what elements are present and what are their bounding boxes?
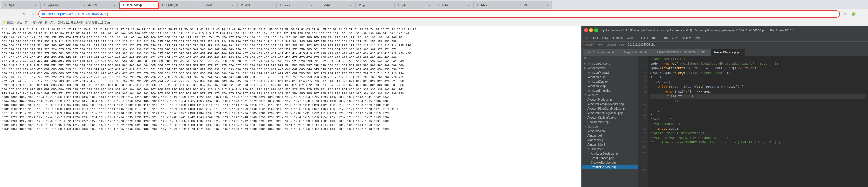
ide-menu-view[interactable]: View: [600, 36, 610, 40]
ide-tab-close-index[interactable]: ×: [616, 51, 618, 54]
ide-tree-accountstatic[interactable]: AccountStaticInfo.php: [582, 115, 638, 120]
code-line-16: //var_dump($res);: [650, 122, 866, 127]
bookmark-5[interactable]: 常宽服务v1.2:Bug: [85, 21, 110, 25]
ide-menu-vcs[interactable]: VCS: [670, 36, 679, 40]
tab-4[interactable]: L localhost/p... ×: [119, 1, 159, 9]
code-line-6: $i = 0;: [650, 75, 866, 80]
tab-close-3[interactable]: ×: [112, 3, 117, 8]
ide-code-editor[interactable]: //set time limit(); $pdo = new PDO('mysq…: [648, 56, 868, 187]
ide-menu-run[interactable]: Run: [650, 36, 659, 40]
tab-3[interactable]: M MySQL - ... ×: [80, 1, 119, 9]
ide-tab-close-crawler[interactable]: ×: [707, 51, 708, 54]
bookmark-1[interactable]: 📁 新工作机会--简: [2, 21, 28, 25]
ide-tab-close-product[interactable]: ×: [740, 51, 742, 54]
ide-close-button[interactable]: [584, 28, 588, 32]
ide-tab-product[interactable]: ProductService.php ×: [711, 49, 744, 56]
tab-12[interactable]: 1 166x... ×: [434, 1, 473, 9]
ide-tree-accountplatedate[interactable]: AccountPlateDateModel.php: [582, 106, 638, 111]
browser-content[interactable]: 2 3 4 5 6 7 8 9 10 11 12 13 14 15 16 17 …: [0, 26, 581, 187]
ide-tree-accountcategory[interactable]: AccountCategoryModel.php: [582, 102, 638, 106]
tab-8[interactable]: P PHP... ×: [277, 1, 316, 9]
ide-tree-amazonad[interactable]: AmazonAd: [582, 133, 638, 138]
browser-frame: T 翻译 × S 超级英雄 × M MySQL - ... × L localh…: [0, 0, 868, 187]
ide-minimize-button[interactable]: [589, 28, 593, 32]
ide-tab-dispatch[interactable]: DispatchModel.php ×: [621, 49, 654, 56]
ide-tree-analyzer[interactable]: ▼ Analyzer: [582, 93, 638, 97]
tab-close-5[interactable]: ×: [191, 3, 195, 8]
ide-tree-label: RedisModel.php: [587, 120, 609, 124]
ide-menu-refactor[interactable]: Refactor: [636, 36, 650, 40]
tab-close-1[interactable]: ×: [33, 3, 38, 8]
ide-tree-accountmodel[interactable]: AccountModel.php: [582, 97, 638, 102]
tab-14[interactable]: B BUG... ×: [513, 1, 552, 9]
ide-tree-amazonshop[interactable]: AmazonShop: [582, 84, 638, 88]
ide-tree-amazonproduct[interactable]: AmazonProduct: [582, 70, 638, 75]
ide-tree-amazonmws-svc[interactable]: AmazonMWS: [582, 142, 638, 147]
ide-menu-navigate[interactable]: Navigate: [610, 36, 624, 40]
ide-menu-help[interactable]: Help: [694, 36, 703, 40]
ide-menu-code[interactable]: Code: [625, 36, 635, 40]
ide-tree-productservice[interactable]: ProductService.php: [582, 165, 638, 169]
ide-tree-analyzer-svc[interactable]: ▼ Analyzer: [582, 147, 638, 151]
bookmark-4[interactable]: CI版v1.2 测试环境: [58, 21, 83, 25]
ide-tab-index[interactable]: IndexActionService.php ×: [583, 49, 621, 56]
tab-title-11: php..: [402, 4, 426, 7]
ide-tree-amazonkeyword[interactable]: ▶ AmazonKeyword: [582, 61, 638, 66]
tab-close-10[interactable]: ×: [388, 3, 392, 8]
tab-title-7: PDC...: [245, 4, 269, 7]
breadcrumb-yield: yield: [619, 43, 625, 46]
new-tab-button[interactable]: +: [552, 1, 560, 9]
ide-menu-window[interactable]: Window: [680, 36, 693, 40]
ide-menu-file[interactable]: File: [583, 36, 591, 40]
tab-5[interactable]: D 日期时间 ×: [159, 1, 198, 9]
ide-tree-crawlerservice[interactable]: CrawlerService.php: [582, 160, 638, 165]
ide-tree-amazonsnapshot[interactable]: AmazonSnapshot: [582, 88, 638, 93]
tab-9[interactable]: P PHP... ×: [316, 1, 355, 9]
ide-tree-brankservice[interactable]: BrankService.php: [582, 156, 638, 160]
ide-tree-amazonqueue[interactable]: AmazonQueue: [582, 79, 638, 84]
breadcrumb-wamp64: wamp64: [584, 43, 594, 46]
home-button[interactable]: ⌂: [29, 10, 36, 18]
tab-7[interactable]: P PDC... ×: [237, 1, 277, 9]
ide-tree-analyzerservice[interactable]: AnalyzerService.php: [582, 151, 638, 156]
tab-1[interactable]: T 翻译 ×: [1, 1, 40, 9]
tab-close-9[interactable]: ×: [348, 3, 353, 8]
tab-6[interactable]: P PHP... ×: [198, 1, 237, 9]
ide-maximize-button[interactable]: [594, 28, 598, 32]
bookmark-3[interactable]: 腾讯云..: [44, 21, 55, 25]
ide-tree-accountuserlog[interactable]: AccountUserLogModel.php: [582, 111, 638, 115]
ide-menu-tools[interactable]: Tools: [659, 36, 669, 40]
ide-tree-amazonmws-top[interactable]: ▶ AmazonMWS: [582, 66, 638, 70]
tab-close-4[interactable]: ×: [151, 3, 156, 7]
tab-close-12[interactable]: ×: [466, 3, 471, 8]
tab-close-11[interactable]: ×: [427, 3, 432, 8]
tab-13[interactable]: P PHP... ×: [473, 1, 513, 9]
tab-10[interactable]: P php.. ×: [355, 1, 395, 9]
ide-menu-edit[interactable]: Edit: [591, 36, 599, 40]
tab-close-2[interactable]: ×: [73, 3, 77, 8]
extensions-icon[interactable]: 🧩: [850, 10, 857, 18]
tab-close-7[interactable]: ×: [270, 3, 274, 8]
tab-close-6[interactable]: ×: [230, 3, 235, 8]
tab-11[interactable]: P php.. ×: [395, 1, 434, 9]
tab-2[interactable]: S 超级英雄 ×: [40, 1, 80, 9]
forward-button[interactable]: →: [11, 10, 19, 18]
ide-tree-amazonpush[interactable]: AmazonPush: [582, 75, 638, 79]
tab-close-8[interactable]: ×: [309, 3, 313, 8]
tab-close-14[interactable]: ×: [545, 3, 550, 8]
ide-tab-crawler[interactable]: CrawlerDownloadiaCommand - 是.php ×: [654, 49, 711, 56]
tab-favicon-4: L: [122, 3, 126, 7]
ide-tree-redis[interactable]: RedisModel.php: [582, 120, 638, 124]
tab-close-13[interactable]: ×: [506, 3, 510, 8]
code-line-4: $pdo->setAttribute(PDO::MYSQL_ATTR_BUFFE…: [650, 66, 866, 71]
menu-icon[interactable]: ⋮: [859, 10, 866, 18]
bookmark-star-icon[interactable]: ☆: [842, 10, 849, 18]
bookmark-2[interactable]: 享分享: [33, 21, 42, 25]
ide-tree-service[interactable]: ▼ Service: [582, 124, 638, 129]
ide-tree-amazonimg[interactable]: AmazonImg: [582, 138, 638, 142]
back-button[interactable]: ←: [2, 10, 9, 18]
address-input[interactable]: [38, 10, 840, 18]
ide-tab-close-dispatch[interactable]: ×: [650, 51, 651, 54]
reload-button[interactable]: ↻: [20, 10, 28, 18]
ide-tree-accountscore[interactable]: AccountScore: [582, 129, 638, 133]
